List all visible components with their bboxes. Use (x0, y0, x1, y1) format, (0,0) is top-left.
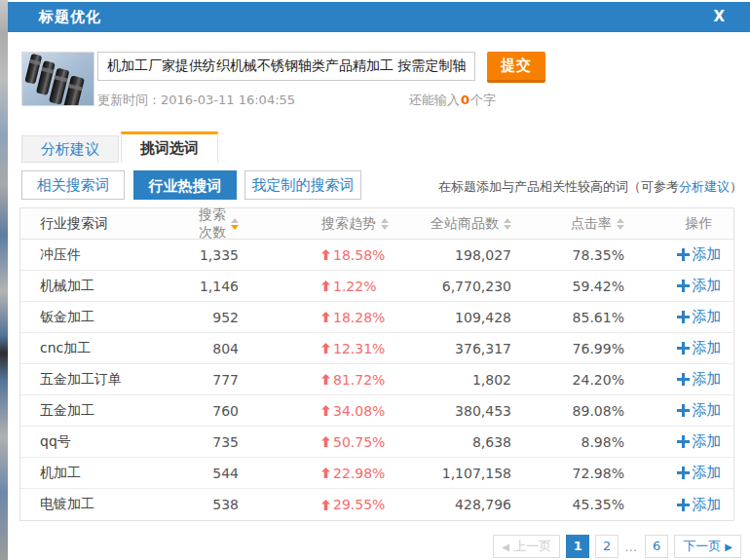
search-count-cell: 544 (186, 466, 274, 481)
page-button-6[interactable]: 6 (645, 535, 668, 558)
dialog-titlebar: 标题优化 X (8, 2, 750, 32)
table-row: 机械加工 1,146 1.22% 6,770,230 59.42% 添加 (20, 271, 733, 302)
page-button-2[interactable]: 2 (595, 535, 619, 558)
add-keyword-button[interactable]: 添加 (677, 432, 722, 451)
plus-icon (677, 342, 690, 355)
add-keyword-button[interactable]: 添加 (677, 401, 722, 420)
trend-up-icon (321, 249, 330, 260)
analysis-suggestion-link[interactable]: 分析建议 (679, 179, 730, 194)
add-label: 添加 (693, 245, 722, 264)
ctr-cell: 24.20% (512, 372, 625, 388)
add-keyword-button[interactable]: 添加 (677, 277, 722, 295)
next-arrow-icon: ▶ (725, 541, 732, 552)
search-count-cell: 735 (186, 434, 274, 450)
sort-desc-icon[interactable] (504, 225, 511, 230)
trend-cell: 81.72% (274, 372, 400, 388)
column-header-trend-label: 搜索趋势 (321, 215, 376, 233)
trend-value: 22.98% (333, 466, 385, 481)
close-icon[interactable]: X (713, 2, 725, 32)
column-header-products[interactable]: 全站商品数 (400, 215, 512, 233)
submit-button[interactable]: 提交 (487, 52, 545, 83)
column-header-keyword: 行业搜索词 (20, 215, 186, 233)
tab-bar: 分析建议 挑词选词 (21, 131, 218, 163)
keyword-cell: 机械加工 (20, 278, 186, 295)
search-count-cell: 804 (186, 341, 274, 356)
add-label: 添加 (693, 277, 722, 295)
sort-icons-searches[interactable] (231, 218, 239, 230)
filter-row: 相关搜索词 行业热搜词 我定制的搜索词 在标题添加与产品相关性较高的词（可参考分… (21, 170, 742, 200)
page-button-1[interactable]: 1 (566, 535, 589, 558)
column-header-trend[interactable]: 搜索趋势 (274, 215, 400, 233)
keyword-cell: 五金加工 (20, 402, 186, 420)
search-count-cell: 1,335 (186, 247, 274, 263)
product-count-cell: 8,638 (400, 434, 512, 450)
sort-desc-icon[interactable] (617, 225, 624, 230)
add-label: 添加 (693, 401, 722, 420)
prev-page-label: 上一页 (513, 539, 551, 553)
add-keyword-button[interactable]: 添加 (677, 245, 722, 264)
ctr-cell: 72.98% (512, 466, 625, 481)
ctr-cell: 59.42% (512, 279, 625, 294)
add-keyword-button[interactable]: 添加 (677, 339, 722, 357)
add-keyword-button[interactable]: 添加 (677, 370, 722, 389)
product-count-cell: 380,453 (400, 403, 512, 419)
sort-asc-icon[interactable] (381, 218, 389, 223)
dialog-title: 标题优化 (8, 8, 101, 26)
search-count-cell: 1,146 (186, 279, 274, 294)
column-header-searches[interactable]: 搜索次数 (186, 206, 274, 242)
pagination-ellipsis: … (624, 540, 639, 554)
char-counter-prefix: 还能输入 (409, 93, 460, 107)
filter-related-search-words[interactable]: 相关搜索词 (21, 170, 125, 200)
add-keyword-button[interactable]: 添加 (677, 464, 722, 482)
add-keyword-button[interactable]: 添加 (677, 308, 722, 326)
plus-icon (677, 280, 690, 292)
add-label: 添加 (693, 370, 722, 389)
keyword-cell: 冲压件 (20, 246, 186, 264)
ctr-cell: 78.35% (512, 247, 625, 263)
sort-asc-icon[interactable] (231, 218, 239, 223)
tab-analysis-suggestion[interactable]: 分析建议 (21, 135, 119, 163)
trend-value: 50.75% (333, 434, 385, 450)
sort-icons-products[interactable] (504, 218, 511, 230)
table-row: 冲压件 1,335 18.58% 198,027 78.35% 添加 (20, 240, 733, 271)
hint-prefix: 在标题添加与产品相关性较高的词（可参考 (438, 179, 679, 194)
keyword-cell: 机加工 (20, 465, 186, 482)
add-label: 添加 (693, 308, 722, 326)
add-keyword-button[interactable]: 添加 (677, 496, 722, 514)
tab-pick-words[interactable]: 挑词选词 (121, 131, 218, 163)
next-page-button[interactable]: 下一页 ▶ (674, 535, 741, 558)
ctr-cell: 85.61% (512, 310, 625, 325)
sort-asc-icon[interactable] (504, 218, 511, 223)
trend-up-icon (321, 343, 330, 354)
sort-icons-trend[interactable] (381, 218, 389, 230)
trend-up-icon (321, 405, 330, 416)
sort-desc-icon[interactable] (381, 225, 389, 230)
trend-up-icon (321, 467, 330, 478)
title-input[interactable] (97, 52, 475, 81)
prev-page-button[interactable]: ◀ 上一页 (493, 535, 560, 558)
trend-cell: 50.75% (274, 434, 400, 450)
search-count-cell: 952 (186, 310, 274, 325)
plus-icon (677, 311, 690, 323)
plus-icon (677, 467, 690, 479)
filter-my-custom-words[interactable]: 我定制的搜索词 (244, 170, 361, 200)
trend-up-icon (321, 312, 330, 322)
ctr-cell: 89.08% (512, 403, 625, 419)
search-count-cell: 760 (186, 403, 274, 419)
hot-words-table: 行业搜索词 搜索次数 搜索趋势 全站商品数 点击率 操作 (19, 207, 734, 521)
sort-icons-ctr[interactable] (617, 218, 624, 230)
column-header-ctr[interactable]: 点击率 (512, 215, 625, 233)
search-count-cell: 777 (186, 372, 274, 388)
product-count-cell: 109,428 (400, 310, 512, 325)
sort-asc-icon[interactable] (617, 218, 624, 223)
trend-value: 1.22% (333, 279, 376, 294)
table-row: 电镀加工 538 29.55% 428,796 45.35% 添加 (20, 489, 733, 520)
plus-icon (677, 373, 690, 386)
filter-industry-hot-words[interactable]: 行业热搜词 (133, 170, 237, 200)
sort-desc-icon[interactable] (231, 225, 239, 230)
add-label: 添加 (693, 464, 722, 482)
keyword-cell: 电镀加工 (20, 496, 186, 513)
ctr-cell: 8.98% (512, 434, 625, 450)
table-header-row: 行业搜索词 搜索次数 搜索趋势 全站商品数 点击率 操作 (20, 208, 733, 240)
trend-up-icon (321, 500, 330, 510)
